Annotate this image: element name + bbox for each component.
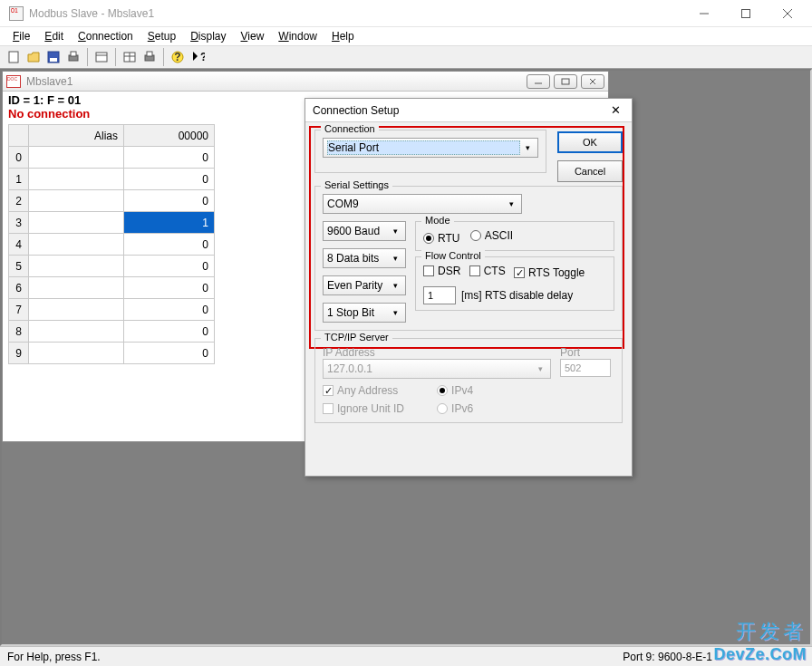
cell-value[interactable]: 0	[124, 256, 215, 277]
cancel-button[interactable]: Cancel	[557, 160, 623, 182]
cell-value[interactable]: 0	[124, 299, 215, 321]
cell-value[interactable]: 0	[124, 277, 215, 299]
table-row[interactable]: 5 0	[9, 256, 215, 277]
col-value: 00000	[124, 125, 215, 147]
print-icon[interactable]	[63, 47, 83, 67]
status-right: Port 9: 9600-8-E-1	[623, 651, 712, 663]
col-alias: Alias	[29, 125, 124, 147]
table-row[interactable]: 7 0	[9, 299, 215, 321]
print2-icon[interactable]	[140, 47, 160, 67]
chevron-down-icon: ▾	[388, 281, 402, 290]
mode-ascii-radio[interactable]: ASCII	[470, 229, 513, 242]
new-icon[interactable]	[4, 47, 24, 67]
menu-help[interactable]: Help	[324, 28, 362, 44]
table-row[interactable]: 4 0	[9, 234, 215, 256]
register-table[interactable]: Alias 00000 0 01 02 03 14 05 06 07 08 09…	[8, 124, 215, 364]
row-header: 2	[9, 190, 29, 212]
menu-setup[interactable]: Setup	[140, 28, 183, 44]
mode-rtu-radio[interactable]: RTU	[423, 232, 459, 245]
cell-value[interactable]: 1	[124, 212, 215, 234]
connection-combo[interactable]: Serial Port ▾	[323, 138, 538, 158]
menu-connection[interactable]: Connection	[71, 28, 140, 44]
app-icon	[9, 6, 24, 21]
mode-label: Mode	[421, 215, 454, 226]
window-icon[interactable]	[92, 47, 111, 67]
svg-rect-6	[50, 58, 57, 62]
dialog-close-button[interactable]: ✕	[606, 103, 624, 117]
baud-combo[interactable]: 9600 Baud▾	[323, 221, 406, 241]
cell-alias[interactable]	[29, 277, 124, 299]
rts-delay-input[interactable]	[423, 286, 456, 304]
cell-alias[interactable]	[29, 169, 124, 190]
row-header: 9	[9, 343, 29, 364]
child-title: Mbslave1	[26, 75, 527, 88]
cell-value[interactable]: 0	[124, 321, 215, 343]
chevron-down-icon: ▾	[388, 308, 402, 317]
chevron-down-icon: ▾	[388, 227, 402, 236]
table-row[interactable]: 3 1	[9, 212, 215, 234]
row-header: 7	[9, 299, 29, 321]
cell-value[interactable]: 0	[124, 169, 215, 190]
table-icon[interactable]	[120, 47, 140, 67]
rts-delay-label: [ms] RTS disable delay	[461, 289, 573, 302]
tcpip-label: TCP/IP Server	[321, 332, 392, 343]
rts-toggle-checkbox[interactable]: RTS Toggle	[514, 266, 585, 279]
table-row[interactable]: 6 0	[9, 277, 215, 299]
cell-alias[interactable]	[29, 234, 124, 256]
svg-rect-20	[562, 79, 569, 84]
open-icon[interactable]	[24, 47, 44, 67]
chevron-down-icon: ▾	[533, 364, 547, 373]
cell-value[interactable]: 0	[124, 147, 215, 169]
cell-alias[interactable]	[29, 321, 124, 343]
table-row[interactable]: 9 0	[9, 343, 215, 364]
cell-alias[interactable]	[29, 343, 124, 364]
menu-window[interactable]: Window	[271, 28, 324, 44]
parity-combo[interactable]: Even Parity▾	[323, 275, 406, 295]
child-minimize-button[interactable]	[527, 74, 550, 89]
row-header: 6	[9, 277, 29, 299]
whatsthis-icon[interactable]: ?	[188, 47, 208, 67]
table-row[interactable]: 0 0	[9, 147, 215, 169]
ignore-unitid-checkbox: Ignore Unit ID	[323, 402, 404, 415]
save-icon[interactable]	[44, 47, 63, 67]
child-maximize-button[interactable]	[554, 74, 577, 89]
connection-setup-dialog: Connection Setup ✕ Connection Serial Por…	[304, 98, 633, 477]
dsr-checkbox[interactable]: DSR	[423, 265, 460, 277]
titlebar: Modbus Slave - Mbslave1	[0, 0, 812, 27]
help-icon[interactable]: ?	[168, 47, 188, 67]
connection-value: Serial Port	[327, 140, 520, 155]
status-left: For Help, press F1.	[7, 651, 101, 663]
row-header: 5	[9, 256, 29, 277]
cell-value[interactable]: 0	[124, 234, 215, 256]
menu-view[interactable]: View	[234, 28, 272, 44]
cell-alias[interactable]	[29, 299, 124, 321]
row-header: 4	[9, 234, 29, 256]
table-row[interactable]: 1 0	[9, 169, 215, 190]
cell-alias[interactable]	[29, 190, 124, 212]
ip-address-label: IP Address	[323, 346, 551, 359]
maximize-button[interactable]	[725, 0, 767, 27]
close-button[interactable]	[767, 0, 808, 27]
menu-display[interactable]: Display	[183, 28, 233, 44]
child-close-button[interactable]	[581, 74, 604, 89]
port-input	[560, 359, 611, 377]
cell-value[interactable]: 0	[124, 343, 215, 364]
databits-combo[interactable]: 8 Data bits▾	[323, 248, 406, 268]
ok-button[interactable]: OK	[557, 131, 623, 153]
cell-alias[interactable]	[29, 147, 124, 169]
ipv4-radio: IPv4	[437, 384, 473, 397]
serial-settings-label: Serial Settings	[321, 179, 392, 190]
ip-address-combo: 127.0.0.1▾	[323, 359, 551, 379]
stopbits-combo[interactable]: 1 Stop Bit▾	[323, 303, 406, 323]
minimize-button[interactable]	[683, 0, 725, 27]
table-row[interactable]: 8 0	[9, 321, 215, 343]
menu-edit[interactable]: Edit	[37, 28, 71, 44]
row-header: 8	[9, 321, 29, 343]
menu-file[interactable]: File	[5, 28, 37, 44]
cts-checkbox[interactable]: CTS	[469, 265, 506, 277]
ipv6-radio: IPv6	[437, 402, 473, 415]
table-row[interactable]: 2 0	[9, 190, 215, 212]
cell-alias[interactable]	[29, 256, 124, 277]
cell-value[interactable]: 0	[124, 190, 215, 212]
cell-alias[interactable]	[29, 212, 124, 234]
